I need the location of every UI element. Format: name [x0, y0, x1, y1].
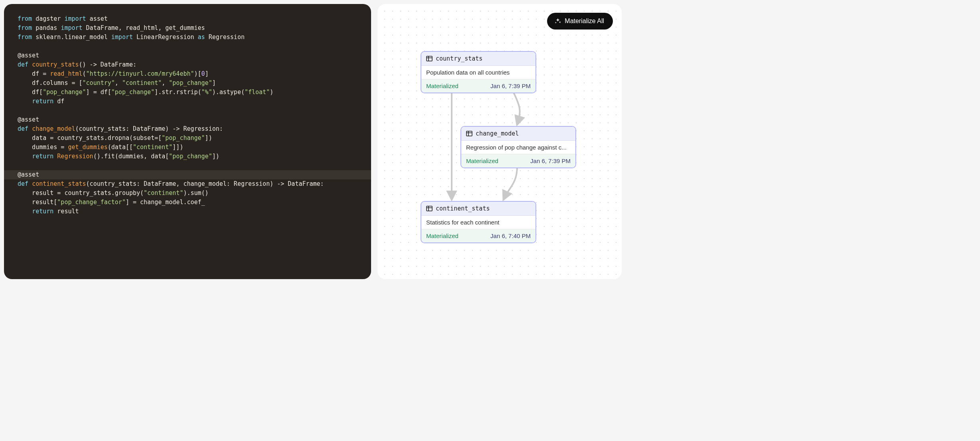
asset-description: Statistics for each continent [421, 216, 535, 229]
svg-rect-6 [427, 206, 432, 211]
asset-graph-panel: Materialize All country_stats Population… [377, 4, 622, 279]
code-content: from dagster import asset from pandas im… [18, 14, 361, 216]
status-badge: Materialized [426, 232, 458, 239]
svg-rect-3 [466, 131, 472, 136]
asset-node-continent-stats[interactable]: continent_stats Statistics for each cont… [421, 201, 536, 243]
asset-name: country_stats [436, 55, 482, 62]
asset-node-header: country_stats [421, 52, 535, 66]
asset-node-country-stats[interactable]: country_stats Population data on all cou… [421, 51, 536, 93]
code-editor-panel: from dagster import asset from pandas im… [4, 4, 371, 279]
status-timestamp: Jan 6, 7:39 PM [490, 83, 531, 89]
svg-rect-0 [427, 56, 432, 61]
table-icon [426, 205, 433, 212]
asset-name: change_model [476, 130, 519, 137]
asset-description: Regression of pop change against c... [461, 141, 575, 154]
status-badge: Materialized [426, 83, 458, 89]
asset-status-row: Materialized Jan 6, 7:39 PM [461, 154, 575, 167]
asset-status-row: Materialized Jan 6, 7:39 PM [421, 79, 535, 93]
table-icon [466, 130, 472, 137]
asset-status-row: Materialized Jan 6, 7:40 PM [421, 229, 535, 242]
asset-description: Population data on all countries [421, 66, 535, 79]
asset-node-header: continent_stats [421, 202, 535, 216]
materialize-all-button[interactable]: Materialize All [547, 13, 613, 30]
status-timestamp: Jan 6, 7:39 PM [530, 158, 571, 164]
asset-name: continent_stats [436, 205, 490, 212]
asset-node-change-model[interactable]: change_model Regression of pop change ag… [460, 126, 576, 168]
status-badge: Materialized [466, 158, 498, 164]
materialize-all-label: Materialize All [565, 18, 604, 25]
status-timestamp: Jan 6, 7:40 PM [490, 232, 531, 239]
sparkle-icon [554, 18, 561, 25]
table-icon [426, 55, 433, 62]
asset-node-header: change_model [461, 127, 575, 141]
